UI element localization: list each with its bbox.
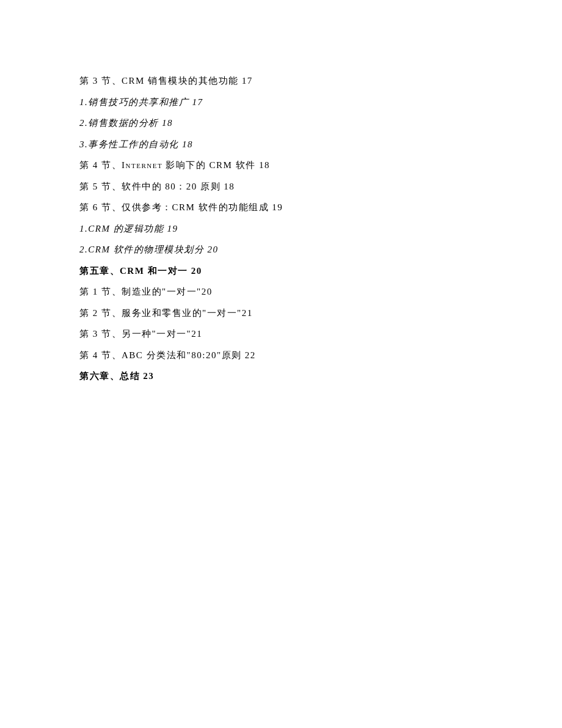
- toc-entry: 第 5 节、软件中的 80：20 原则 18: [79, 176, 483, 197]
- toc-entry: 第 2 节、服务业和零售业的"一对一"21: [79, 303, 483, 324]
- toc-entry: 第 3 节、CRM 销售模块的其他功能 17: [79, 70, 483, 92]
- toc-entry: 1.CRM 的逻辑功能 19: [79, 218, 483, 240]
- toc-entry-prefix: 第 4 节、: [79, 160, 122, 170]
- toc-entry: 第 4 节、ABC 分类法和"80:20"原则 22: [79, 345, 483, 366]
- toc-entry: 第 4 节、Internet 影响下的 CRM 软件 18: [79, 155, 483, 176]
- toc-entry: 第 1 节、制造业的"一对一"20: [79, 281, 483, 303]
- toc-container: 第 3 节、CRM 销售模块的其他功能 17 1.销售技巧的共享和推广 17 2…: [79, 70, 483, 387]
- toc-entry: 2.销售数据的分析 18: [79, 112, 483, 134]
- toc-entry-suffix: 影响下的 CRM 软件 18: [162, 160, 270, 170]
- toc-entry: 第 3 节、另一种"一对一"21: [79, 323, 483, 345]
- toc-entry: 1.销售技巧的共享和推广 17: [79, 92, 483, 113]
- toc-chapter-heading: 第六章、总结 23: [79, 366, 483, 387]
- toc-entry: 2.CRM 软件的物理模块划分 20: [79, 239, 483, 260]
- toc-entry: 3.事务性工作的自动化 18: [79, 134, 483, 155]
- toc-entry-smallcaps: Internet: [122, 160, 162, 170]
- toc-entry: 第 6 节、仅供参考：CRM 软件的功能组成 19: [79, 197, 483, 218]
- toc-chapter-heading: 第五章、CRM 和一对一 20: [79, 260, 483, 282]
